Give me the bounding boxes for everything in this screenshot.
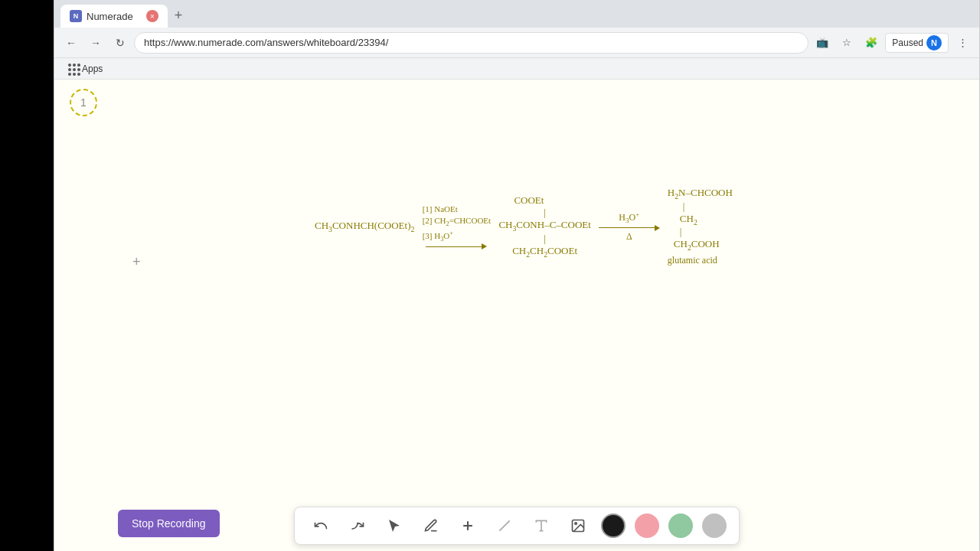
canvas-add-button[interactable]: + bbox=[132, 254, 141, 270]
address-bar: ← → ↻ https://www.numerade.com/answers/w… bbox=[54, 28, 979, 58]
new-tab-button[interactable]: + bbox=[168, 5, 189, 26]
color-gray[interactable] bbox=[702, 514, 727, 538]
svg-point-4 bbox=[575, 523, 577, 525]
refresh-button[interactable]: ↻ bbox=[109, 32, 131, 54]
tab-label: Numerade bbox=[87, 11, 133, 22]
tab-favicon: N bbox=[70, 10, 82, 22]
page-number-indicator: 1 bbox=[70, 89, 97, 116]
reaction-arrow bbox=[426, 243, 487, 249]
drawing-toolbar bbox=[294, 507, 740, 545]
forward-button[interactable]: → bbox=[85, 32, 106, 54]
h3o-arrow bbox=[599, 225, 660, 231]
redo-button[interactable] bbox=[344, 512, 371, 540]
apps-icon bbox=[68, 64, 79, 74]
menu-icon[interactable]: ⋮ bbox=[952, 32, 973, 54]
add-element-button[interactable] bbox=[454, 512, 482, 540]
apps-bookmark[interactable]: Apps bbox=[64, 62, 107, 76]
page-content: 1 + CH3CONHCH(COOEt)2 [1] NaOEt [2] CH2=… bbox=[54, 80, 979, 551]
bookmarks-bar: Apps bbox=[54, 58, 979, 80]
undo-button[interactable] bbox=[307, 512, 335, 540]
bookmark-icon[interactable]: ☆ bbox=[836, 32, 858, 54]
text-tool-button[interactable] bbox=[528, 512, 555, 540]
color-green[interactable] bbox=[668, 514, 693, 538]
back-button[interactable]: ← bbox=[60, 32, 82, 54]
reaction-diagram: CH3CONHCH(COOEt)2 [1] NaOEt [2] CH2=CHCO… bbox=[315, 187, 733, 266]
toolbar-right: 📺 ☆ 🧩 Paused N ⋮ bbox=[812, 32, 973, 54]
tab-close-button[interactable]: × bbox=[146, 10, 158, 22]
browser-window: N Numerade × + ← → ↻ https://www.numerad… bbox=[54, 0, 980, 551]
url-text: https://www.numerade.com/answers/whitebo… bbox=[144, 37, 388, 48]
select-tool-button[interactable] bbox=[381, 512, 408, 540]
color-pink[interactable] bbox=[635, 514, 659, 538]
cast-icon[interactable]: 📺 bbox=[812, 32, 833, 54]
line-tool-button[interactable] bbox=[491, 512, 518, 540]
intermediate-structure: COOEt | CH3CONH–C–COOEt | CH2CH2COOEt bbox=[498, 194, 590, 258]
left-black-bar bbox=[0, 0, 54, 551]
reagents-text: [1] NaOEt [2] CH2=CHCOOEt [3] H3O+ bbox=[423, 204, 491, 244]
extensions-icon[interactable]: 🧩 bbox=[861, 32, 882, 54]
image-tool-button[interactable] bbox=[564, 512, 592, 540]
avatar: N bbox=[926, 35, 942, 51]
h3o-arrow-box: H3O+ Δ bbox=[599, 210, 660, 242]
url-bar[interactable]: https://www.numerade.com/answers/whitebo… bbox=[134, 32, 808, 54]
reactant-text: CH3CONHCH(COOEt)2 bbox=[315, 220, 414, 233]
active-tab[interactable]: N Numerade × bbox=[60, 5, 168, 28]
account-badge[interactable]: Paused N bbox=[885, 33, 949, 53]
apps-label: Apps bbox=[82, 64, 103, 74]
paused-label: Paused bbox=[892, 37, 923, 48]
stop-recording-button[interactable]: Stop Recording bbox=[118, 510, 220, 537]
tab-bar: N Numerade × + bbox=[54, 0, 979, 28]
reaction-arrow-box: [1] NaOEt [2] CH2=CHCOOEt [3] H3O+ bbox=[422, 204, 491, 250]
pencil-tool-button[interactable] bbox=[417, 512, 445, 540]
product-structure: H2N–CHCOOH | CH2 | CH2COOH glutamic acid bbox=[668, 187, 733, 266]
color-black[interactable] bbox=[601, 514, 626, 538]
svg-line-2 bbox=[499, 520, 509, 530]
